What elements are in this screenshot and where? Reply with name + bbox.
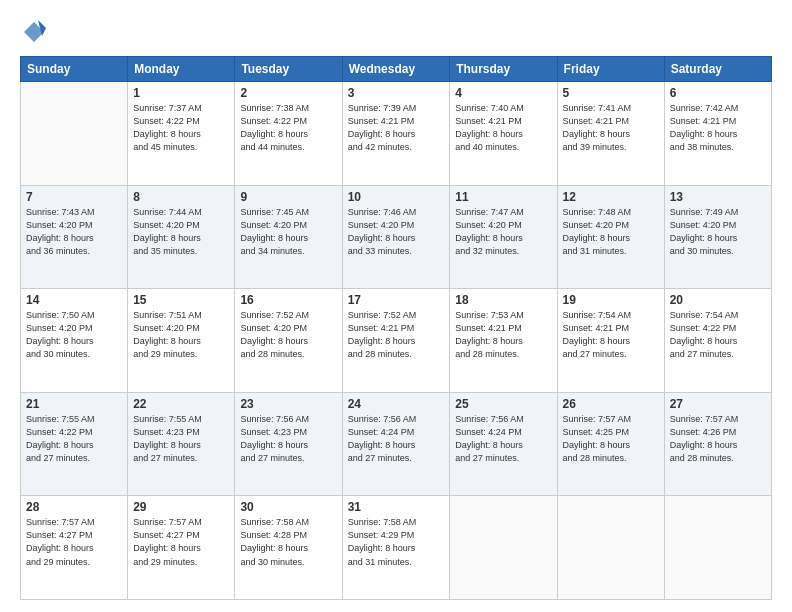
day-number: 9 <box>240 190 336 204</box>
day-number: 3 <box>348 86 445 100</box>
day-info: Sunrise: 7:56 AMSunset: 4:23 PMDaylight:… <box>240 413 336 465</box>
calendar-day-cell: 31Sunrise: 7:58 AMSunset: 4:29 PMDayligh… <box>342 496 450 600</box>
day-number: 29 <box>133 500 229 514</box>
day-number: 2 <box>240 86 336 100</box>
calendar-day-cell: 23Sunrise: 7:56 AMSunset: 4:23 PMDayligh… <box>235 392 342 496</box>
day-number: 14 <box>26 293 122 307</box>
day-info: Sunrise: 7:57 AMSunset: 4:27 PMDaylight:… <box>26 516 122 568</box>
day-info: Sunrise: 7:52 AMSunset: 4:20 PMDaylight:… <box>240 309 336 361</box>
calendar-day-cell: 24Sunrise: 7:56 AMSunset: 4:24 PMDayligh… <box>342 392 450 496</box>
calendar-day-cell: 20Sunrise: 7:54 AMSunset: 4:22 PMDayligh… <box>664 289 771 393</box>
day-info: Sunrise: 7:54 AMSunset: 4:21 PMDaylight:… <box>563 309 659 361</box>
day-info: Sunrise: 7:53 AMSunset: 4:21 PMDaylight:… <box>455 309 551 361</box>
calendar-day-cell: 30Sunrise: 7:58 AMSunset: 4:28 PMDayligh… <box>235 496 342 600</box>
day-info: Sunrise: 7:44 AMSunset: 4:20 PMDaylight:… <box>133 206 229 258</box>
day-info: Sunrise: 7:55 AMSunset: 4:22 PMDaylight:… <box>26 413 122 465</box>
calendar-day-cell: 21Sunrise: 7:55 AMSunset: 4:22 PMDayligh… <box>21 392 128 496</box>
calendar-day-cell: 11Sunrise: 7:47 AMSunset: 4:20 PMDayligh… <box>450 185 557 289</box>
day-number: 20 <box>670 293 766 307</box>
day-info: Sunrise: 7:56 AMSunset: 4:24 PMDaylight:… <box>348 413 445 465</box>
calendar-day-cell: 29Sunrise: 7:57 AMSunset: 4:27 PMDayligh… <box>128 496 235 600</box>
calendar-day-cell <box>450 496 557 600</box>
calendar-day-cell: 22Sunrise: 7:55 AMSunset: 4:23 PMDayligh… <box>128 392 235 496</box>
weekday-header-saturday: Saturday <box>664 57 771 82</box>
calendar-day-cell: 7Sunrise: 7:43 AMSunset: 4:20 PMDaylight… <box>21 185 128 289</box>
calendar-table: SundayMondayTuesdayWednesdayThursdayFrid… <box>20 56 772 600</box>
weekday-header-monday: Monday <box>128 57 235 82</box>
weekday-header-tuesday: Tuesday <box>235 57 342 82</box>
day-info: Sunrise: 7:55 AMSunset: 4:23 PMDaylight:… <box>133 413 229 465</box>
day-info: Sunrise: 7:37 AMSunset: 4:22 PMDaylight:… <box>133 102 229 154</box>
calendar-day-cell: 18Sunrise: 7:53 AMSunset: 4:21 PMDayligh… <box>450 289 557 393</box>
day-number: 15 <box>133 293 229 307</box>
day-number: 7 <box>26 190 122 204</box>
day-info: Sunrise: 7:41 AMSunset: 4:21 PMDaylight:… <box>563 102 659 154</box>
day-info: Sunrise: 7:58 AMSunset: 4:29 PMDaylight:… <box>348 516 445 568</box>
day-number: 16 <box>240 293 336 307</box>
day-info: Sunrise: 7:57 AMSunset: 4:27 PMDaylight:… <box>133 516 229 568</box>
day-info: Sunrise: 7:46 AMSunset: 4:20 PMDaylight:… <box>348 206 445 258</box>
day-info: Sunrise: 7:38 AMSunset: 4:22 PMDaylight:… <box>240 102 336 154</box>
calendar-day-cell: 27Sunrise: 7:57 AMSunset: 4:26 PMDayligh… <box>664 392 771 496</box>
day-number: 25 <box>455 397 551 411</box>
day-info: Sunrise: 7:45 AMSunset: 4:20 PMDaylight:… <box>240 206 336 258</box>
day-info: Sunrise: 7:50 AMSunset: 4:20 PMDaylight:… <box>26 309 122 361</box>
calendar-day-cell: 1Sunrise: 7:37 AMSunset: 4:22 PMDaylight… <box>128 82 235 186</box>
day-number: 27 <box>670 397 766 411</box>
day-info: Sunrise: 7:51 AMSunset: 4:20 PMDaylight:… <box>133 309 229 361</box>
day-number: 13 <box>670 190 766 204</box>
day-info: Sunrise: 7:39 AMSunset: 4:21 PMDaylight:… <box>348 102 445 154</box>
day-number: 1 <box>133 86 229 100</box>
calendar-week-row: 14Sunrise: 7:50 AMSunset: 4:20 PMDayligh… <box>21 289 772 393</box>
day-number: 12 <box>563 190 659 204</box>
day-number: 26 <box>563 397 659 411</box>
day-info: Sunrise: 7:48 AMSunset: 4:20 PMDaylight:… <box>563 206 659 258</box>
calendar-day-cell: 12Sunrise: 7:48 AMSunset: 4:20 PMDayligh… <box>557 185 664 289</box>
weekday-header-thursday: Thursday <box>450 57 557 82</box>
day-number: 6 <box>670 86 766 100</box>
calendar-day-cell <box>664 496 771 600</box>
calendar-day-cell: 14Sunrise: 7:50 AMSunset: 4:20 PMDayligh… <box>21 289 128 393</box>
day-info: Sunrise: 7:49 AMSunset: 4:20 PMDaylight:… <box>670 206 766 258</box>
calendar-day-cell: 6Sunrise: 7:42 AMSunset: 4:21 PMDaylight… <box>664 82 771 186</box>
weekday-header-sunday: Sunday <box>21 57 128 82</box>
weekday-header-friday: Friday <box>557 57 664 82</box>
calendar-day-cell <box>557 496 664 600</box>
day-info: Sunrise: 7:42 AMSunset: 4:21 PMDaylight:… <box>670 102 766 154</box>
day-number: 30 <box>240 500 336 514</box>
day-info: Sunrise: 7:57 AMSunset: 4:25 PMDaylight:… <box>563 413 659 465</box>
weekday-header-wednesday: Wednesday <box>342 57 450 82</box>
day-number: 17 <box>348 293 445 307</box>
day-info: Sunrise: 7:43 AMSunset: 4:20 PMDaylight:… <box>26 206 122 258</box>
day-number: 23 <box>240 397 336 411</box>
calendar-day-cell: 9Sunrise: 7:45 AMSunset: 4:20 PMDaylight… <box>235 185 342 289</box>
day-info: Sunrise: 7:47 AMSunset: 4:20 PMDaylight:… <box>455 206 551 258</box>
day-number: 28 <box>26 500 122 514</box>
calendar-day-cell: 19Sunrise: 7:54 AMSunset: 4:21 PMDayligh… <box>557 289 664 393</box>
day-number: 31 <box>348 500 445 514</box>
day-number: 21 <box>26 397 122 411</box>
calendar-day-cell: 28Sunrise: 7:57 AMSunset: 4:27 PMDayligh… <box>21 496 128 600</box>
calendar-day-cell: 13Sunrise: 7:49 AMSunset: 4:20 PMDayligh… <box>664 185 771 289</box>
calendar-day-cell: 15Sunrise: 7:51 AMSunset: 4:20 PMDayligh… <box>128 289 235 393</box>
calendar-week-row: 1Sunrise: 7:37 AMSunset: 4:22 PMDaylight… <box>21 82 772 186</box>
day-number: 8 <box>133 190 229 204</box>
calendar-day-cell: 5Sunrise: 7:41 AMSunset: 4:21 PMDaylight… <box>557 82 664 186</box>
header <box>20 18 772 46</box>
calendar-day-cell: 25Sunrise: 7:56 AMSunset: 4:24 PMDayligh… <box>450 392 557 496</box>
calendar-day-cell: 10Sunrise: 7:46 AMSunset: 4:20 PMDayligh… <box>342 185 450 289</box>
day-info: Sunrise: 7:58 AMSunset: 4:28 PMDaylight:… <box>240 516 336 568</box>
day-info: Sunrise: 7:52 AMSunset: 4:21 PMDaylight:… <box>348 309 445 361</box>
calendar-day-cell <box>21 82 128 186</box>
day-info: Sunrise: 7:57 AMSunset: 4:26 PMDaylight:… <box>670 413 766 465</box>
page: SundayMondayTuesdayWednesdayThursdayFrid… <box>0 0 792 612</box>
day-info: Sunrise: 7:56 AMSunset: 4:24 PMDaylight:… <box>455 413 551 465</box>
day-number: 10 <box>348 190 445 204</box>
day-number: 5 <box>563 86 659 100</box>
calendar-day-cell: 17Sunrise: 7:52 AMSunset: 4:21 PMDayligh… <box>342 289 450 393</box>
logo <box>20 18 52 46</box>
logo-icon <box>20 18 48 46</box>
calendar-day-cell: 26Sunrise: 7:57 AMSunset: 4:25 PMDayligh… <box>557 392 664 496</box>
calendar-day-cell: 8Sunrise: 7:44 AMSunset: 4:20 PMDaylight… <box>128 185 235 289</box>
day-number: 11 <box>455 190 551 204</box>
